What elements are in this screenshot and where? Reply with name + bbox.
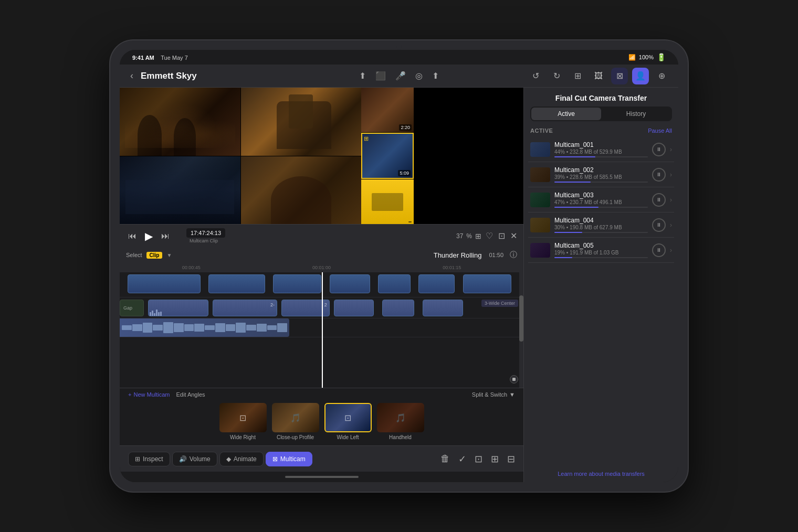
play-button[interactable]: ▶ — [143, 228, 155, 244]
share-icon[interactable]: ⬆ — [359, 71, 366, 81]
video-clip-6[interactable] — [418, 274, 455, 293]
undo-button[interactable]: ↺ — [527, 68, 544, 84]
chevron-1: › — [670, 171, 672, 178]
back-button[interactable]: ‹ — [128, 68, 135, 83]
pause-btn-0[interactable]: ⏸ — [652, 143, 666, 156]
more-tools-icon[interactable]: ⊟ — [507, 453, 515, 465]
video-clip-2[interactable] — [208, 274, 265, 293]
thumb-time-2: 5:09 — [398, 170, 411, 176]
scroll-handle[interactable] — [510, 375, 518, 384]
animate-button[interactable]: ◆ Animate — [219, 452, 264, 466]
pause-all-button[interactable]: Pause All — [648, 127, 672, 134]
checkmark-icon[interactable]: ✓ — [458, 453, 466, 465]
status-bar: 9:41 AM Tue May 7 📶 100% 🔋 — [120, 50, 678, 65]
progress-bar-4 — [554, 257, 648, 258]
pause-btn-1[interactable]: ⏸ — [652, 168, 666, 182]
crop-icon[interactable]: ⊡ — [475, 453, 482, 465]
timeline-header: Select Clip ▼ Thunder Rolling 01:50 ⓘ — [120, 247, 523, 263]
pause-btn-2[interactable]: ⏸ — [652, 193, 666, 207]
video-clip-1[interactable] — [128, 274, 200, 293]
favorite-icon[interactable]: ♡ — [486, 231, 493, 241]
multicam-button[interactable]: ⊠ Multicam — [266, 452, 312, 466]
transform-icon[interactable]: ⊞ — [491, 453, 499, 465]
multicam-view-button[interactable]: ⊠ — [611, 68, 628, 84]
timecode-label: Multicam Clip — [190, 238, 218, 243]
angle-wide-left[interactable]: ⊡ Wide Left — [324, 403, 372, 440]
wifi-icon: 📶 — [628, 54, 636, 61]
video-clip-5[interactable] — [378, 274, 411, 293]
zoom-icon[interactable]: ⊞ — [475, 232, 481, 240]
scroll-thumb[interactable] — [519, 295, 523, 342]
clip-badge: Clip — [146, 252, 163, 259]
thumbnail-1[interactable]: 2:20 — [361, 88, 414, 132]
panel-title: Final Cut Camera Transfer — [524, 88, 678, 107]
pause-icon-4: ⏸ — [656, 247, 662, 253]
secondary-clip-2[interactable]: 2- — [213, 300, 277, 316]
zoom-value: 37 — [456, 232, 463, 240]
transfer-list: Multicam_001 44% • 232.8 MB of 529.9 MB … — [524, 137, 678, 465]
volume-label: Volume — [190, 455, 211, 463]
angle-closeup[interactable]: 🎵 Close-up Profile — [272, 403, 319, 440]
close-viewer-icon[interactable]: ✕ — [510, 231, 517, 241]
new-multicam-button[interactable]: + New Multicam — [128, 391, 170, 398]
learn-more-link[interactable]: Learn more about media transfers — [530, 471, 672, 477]
tab-history[interactable]: History — [601, 108, 671, 120]
location-icon[interactable]: ◎ — [415, 71, 423, 81]
tab-active[interactable]: Active — [531, 108, 601, 120]
pause-btn-4[interactable]: ⏸ — [652, 243, 666, 257]
delete-icon[interactable]: 🗑 — [440, 453, 450, 464]
identity-button[interactable]: 👤 — [632, 68, 649, 84]
ruler-marks: 00:00:45 00:01:00 00:01:15 — [126, 265, 517, 270]
export-icon[interactable]: ⬆ — [432, 71, 439, 81]
multicam-label: Multicam — [280, 455, 306, 463]
transfer-info-0: Multicam_001 44% • 232.8 MB of 529.9 MB — [554, 141, 648, 157]
pause-icon-2: ⏸ — [656, 197, 662, 203]
wide-right-icon: ⊡ — [239, 413, 246, 423]
playhead[interactable] — [322, 272, 323, 388]
edit-angles-button[interactable]: Edit Angles — [176, 391, 205, 398]
thumbnail-2[interactable]: 5:09 ⊞ — [361, 133, 414, 179]
transfer-item-0: Multicam_001 44% • 232.8 MB of 529.9 MB … — [528, 137, 674, 162]
zoom-unit: % — [466, 232, 472, 240]
camera-dot — [396, 45, 402, 50]
gap-clip[interactable]: Gap — [120, 300, 144, 316]
timeline-tracks[interactable]: Gap — [120, 272, 523, 388]
multicam-cell-3[interactable] — [120, 156, 240, 225]
more-button[interactable]: ⊕ — [653, 68, 670, 84]
selection-region[interactable] — [120, 318, 289, 337]
thumb-time-3 — [408, 221, 412, 222]
timeline-scrollbar[interactable] — [519, 272, 523, 388]
inspect-button[interactable]: ⊞ Inspect — [128, 452, 170, 466]
secondary-clip-5[interactable] — [382, 300, 415, 316]
camera-icon[interactable]: ⬛ — [375, 71, 386, 81]
video-clip-4[interactable] — [330, 274, 370, 293]
multicam-cell-4[interactable] — [241, 156, 362, 225]
pause-btn-3[interactable]: ⏸ — [652, 218, 666, 232]
secondary-clip-4[interactable] — [334, 300, 374, 316]
info-icon[interactable]: ⓘ — [510, 250, 517, 260]
progress-fill-0 — [554, 156, 595, 157]
volume-button[interactable]: 🔊 Volume — [172, 452, 217, 466]
reject-icon[interactable]: ⊡ — [498, 231, 505, 241]
photo-button[interactable]: 🖼 — [590, 68, 607, 84]
video-clip-7[interactable] — [463, 274, 511, 293]
step-back-button[interactable]: ⏮ — [126, 229, 139, 243]
redo-button[interactable]: ↻ — [548, 68, 565, 84]
split-switch-button[interactable]: Split & Switch ▼ — [472, 391, 515, 398]
secondary-clip-1[interactable] — [148, 300, 208, 316]
ruler-mark-2: 00:01:00 — [256, 265, 386, 270]
step-forward-button[interactable]: ⏭ — [159, 229, 172, 243]
panel-tabs: Active History — [530, 107, 672, 121]
angle-wide-right[interactable]: ⊡ Wide Right — [219, 403, 267, 440]
viewer-area: 2:20 5:09 ⊞ — [120, 88, 523, 224]
mic-icon[interactable]: 🎤 — [395, 71, 406, 81]
grid-view-button[interactable]: ⊞ — [569, 68, 586, 84]
angle-handheld[interactable]: 🎵 Handheld — [377, 403, 424, 440]
handheld-icon: 🎵 — [395, 413, 406, 423]
multicam-cell-2[interactable] — [241, 88, 362, 156]
multicam-cell-1[interactable] — [120, 88, 240, 156]
thumbnail-3[interactable] — [361, 179, 414, 224]
section-label: ACTIVE — [530, 127, 553, 134]
secondary-clip-6[interactable] — [423, 300, 463, 316]
video-clip-3[interactable] — [273, 274, 321, 293]
